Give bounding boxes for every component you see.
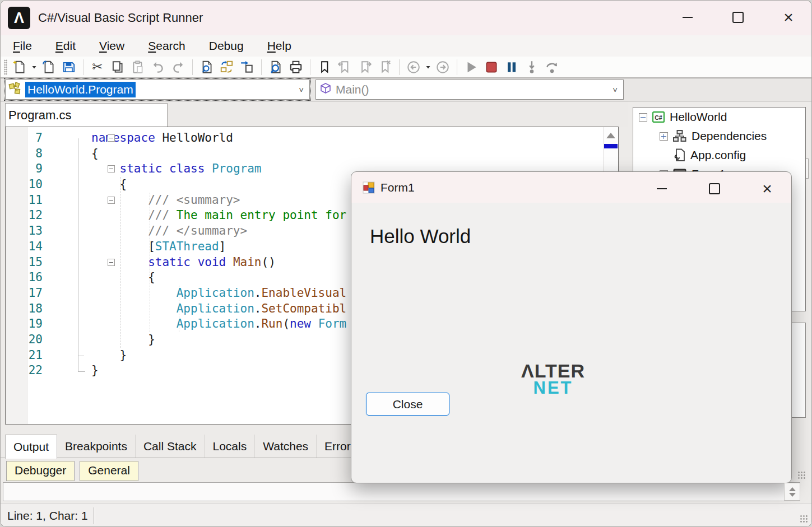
navigate-backward-dropdown[interactable] xyxy=(424,58,433,76)
tab-output[interactable]: Output xyxy=(5,435,57,459)
tree-item-helloworld[interactable]: C#HelloWorld xyxy=(633,108,805,127)
document-tab-strip: Program.cs xyxy=(1,101,628,127)
menu-item-debug[interactable]: Debug xyxy=(209,39,244,53)
type-combobox[interactable]: HelloWorld.Program ˅ xyxy=(5,80,310,100)
hello-world-label: Hello World xyxy=(370,225,471,248)
expander-spacer xyxy=(660,151,668,160)
paste-button[interactable] xyxy=(128,58,148,76)
form1-close-button[interactable]: × xyxy=(754,176,780,201)
menu-item-search[interactable]: Search xyxy=(148,39,185,53)
bookmark-icon xyxy=(317,60,332,74)
fold-collapse-icon[interactable] xyxy=(108,165,115,172)
previous-bookmark-button[interactable] xyxy=(335,58,355,76)
logo-line2: NET xyxy=(508,379,598,397)
subtab-general[interactable]: General xyxy=(80,461,138,481)
form-close-button[interactable]: Close xyxy=(366,393,449,416)
minimize-button[interactable] xyxy=(675,5,700,30)
fold-margin xyxy=(43,286,91,301)
output-content[interactable] xyxy=(3,482,800,501)
plus-expander-icon[interactable] xyxy=(660,132,668,141)
dependencies-icon xyxy=(672,129,687,143)
line-number: 21 xyxy=(6,348,43,363)
menu-item-file[interactable]: File xyxy=(13,39,32,53)
copy-button[interactable] xyxy=(108,58,128,76)
resize-grip[interactable] xyxy=(797,471,806,480)
step-into-icon xyxy=(525,60,539,74)
output-spinner[interactable] xyxy=(784,483,800,501)
find-in-document-button[interactable] xyxy=(197,58,217,76)
stop-button[interactable] xyxy=(481,58,502,76)
line-number: 20 xyxy=(6,332,43,348)
stop-icon xyxy=(484,60,499,74)
fold-margin[interactable] xyxy=(43,130,91,146)
cut-button[interactable]: ✂ xyxy=(87,58,108,76)
step-into-button[interactable] xyxy=(522,58,542,76)
fold-collapse-icon[interactable] xyxy=(108,259,115,266)
statusbar-resize-grip[interactable] xyxy=(800,515,809,524)
svg-text:C#: C# xyxy=(655,114,662,121)
tab-breakpoints[interactable]: Breakpoints xyxy=(57,435,136,458)
toolbar-separator xyxy=(83,59,83,75)
line-number: 9 xyxy=(6,161,43,177)
break-all-button[interactable] xyxy=(502,58,522,76)
run-button[interactable] xyxy=(461,58,481,76)
undo-button[interactable] xyxy=(148,58,168,76)
redo-button[interactable] xyxy=(168,58,188,76)
next-bookmark-button[interactable] xyxy=(355,58,375,76)
search-button[interactable] xyxy=(266,58,286,76)
minus-expander-icon[interactable] xyxy=(639,113,647,122)
tree-item-dependencies[interactable]: Dependencies xyxy=(633,127,805,146)
navigate-forward-button[interactable] xyxy=(433,58,453,76)
fold-margin[interactable] xyxy=(43,161,91,177)
next-bookmark-icon xyxy=(358,60,372,74)
menu-item-edit[interactable]: Edit xyxy=(55,39,76,53)
subtab-debugger[interactable]: Debugger xyxy=(6,461,75,481)
prev-bookmark-icon xyxy=(337,60,352,74)
scrollbar-thumb[interactable] xyxy=(604,144,618,148)
close-icon: × xyxy=(762,180,772,197)
tree-item-app-config[interactable]: App.config xyxy=(633,146,805,165)
fold-margin[interactable] xyxy=(43,193,91,208)
spin-down-icon[interactable] xyxy=(789,493,796,497)
tree-item-label: HelloWorld xyxy=(670,110,727,124)
save-icon xyxy=(62,60,76,74)
menu-item-help[interactable]: Help xyxy=(267,39,291,53)
tab-locals[interactable]: Locals xyxy=(205,435,255,458)
toolbar-grip[interactable] xyxy=(4,59,7,75)
new-file-button[interactable] xyxy=(10,58,30,76)
step-over-button[interactable] xyxy=(542,58,562,76)
scroll-up-icon[interactable] xyxy=(606,133,615,138)
line-number: 8 xyxy=(6,146,43,162)
form1-minimize-button[interactable] xyxy=(649,176,675,201)
print-button[interactable] xyxy=(286,58,306,76)
tab-watches[interactable]: Watches xyxy=(255,435,317,458)
minimize-icon xyxy=(657,188,667,189)
fold-collapse-icon[interactable] xyxy=(108,197,115,204)
tab-program-cs[interactable]: Program.cs xyxy=(5,103,168,127)
goto-button[interactable] xyxy=(237,58,257,76)
navigate-backward-button[interactable] xyxy=(403,58,424,76)
maximize-button[interactable] xyxy=(725,5,751,30)
close-button[interactable]: × xyxy=(776,5,801,30)
fold-margin[interactable] xyxy=(43,255,91,271)
fold-margin xyxy=(43,301,91,317)
open-file-button[interactable] xyxy=(39,58,59,76)
toolbar-separator xyxy=(399,59,400,75)
form1-window[interactable]: Form1 × Hello World ΛLTER NET Close xyxy=(351,171,792,483)
replace-in-files-button[interactable] xyxy=(217,58,237,76)
form1-maximize-button[interactable] xyxy=(702,176,727,201)
save-button[interactable] xyxy=(59,58,79,76)
tab-call-stack[interactable]: Call Stack xyxy=(136,435,205,458)
toggle-bookmark-button[interactable] xyxy=(314,58,335,76)
form1-title: Form1 xyxy=(381,181,415,194)
spin-up-icon[interactable] xyxy=(789,487,796,491)
fold-collapse-icon[interactable] xyxy=(108,134,115,142)
form1-title-bar[interactable]: Form1 × xyxy=(351,172,791,203)
replace-files-icon xyxy=(220,60,234,74)
chevron-down-icon[interactable]: ˅ xyxy=(613,85,618,95)
member-combobox[interactable]: Main() ˅ xyxy=(315,80,624,100)
menu-item-view[interactable]: View xyxy=(99,39,124,53)
new-file-dropdown[interactable] xyxy=(30,58,39,76)
clear-bookmarks-button[interactable] xyxy=(375,58,395,76)
chevron-down-icon[interactable]: ˅ xyxy=(299,85,304,95)
